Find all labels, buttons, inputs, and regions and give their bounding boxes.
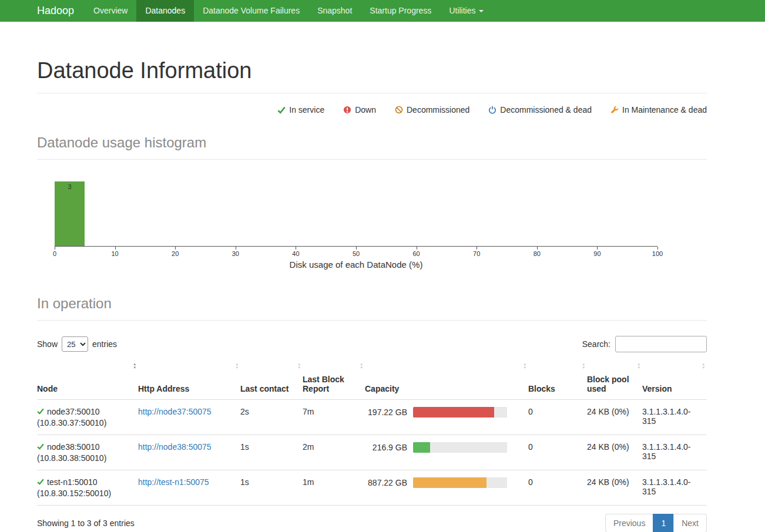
capacity-value: 197.22 GB xyxy=(365,408,407,417)
tick-label: 80 xyxy=(534,250,541,257)
tick-label: 0 xyxy=(53,250,56,257)
sort-icon: ▴▾ xyxy=(524,362,526,369)
version: 3.1.1.3.1.4.0-315 xyxy=(642,470,707,506)
node-name: node37:50010 xyxy=(47,407,100,416)
power-icon xyxy=(488,106,496,114)
tick-mark xyxy=(477,247,477,250)
tick-mark xyxy=(597,247,598,250)
divider xyxy=(37,93,707,93)
entries-label: entries xyxy=(92,339,117,349)
table-row: node37:50010 (10.8.30.37:50010) http://n… xyxy=(37,400,707,435)
tick-mark xyxy=(296,247,296,250)
column-header-capacity[interactable]: Capacity ▴▾ xyxy=(365,359,528,400)
column-header-last-contact[interactable]: Last contact ▴▾ xyxy=(240,359,303,400)
nav-item-overview[interactable]: Overview xyxy=(85,0,136,22)
tick-label: 40 xyxy=(292,250,299,257)
check-icon xyxy=(277,106,286,114)
last-block-report: 7m xyxy=(303,400,365,435)
version: 3.1.1.3.1.4.0-315 xyxy=(642,435,707,470)
capacity-bar xyxy=(413,477,507,488)
search-input[interactable] xyxy=(615,336,707,352)
http-address-link[interactable]: http://node37:50075 xyxy=(138,407,212,416)
column-header-node[interactable]: Node ▴▾ xyxy=(37,359,138,400)
legend-label: Down xyxy=(355,105,376,115)
check-icon xyxy=(37,477,44,487)
column-header-http-address[interactable]: Http Address ▴▾ xyxy=(138,359,240,400)
page-title: Datanode Information xyxy=(37,58,707,83)
column-header-blocks[interactable]: Blocks ▴▾ xyxy=(528,359,587,400)
table-row: node38:50010 (10.8.30.38:50010) http://n… xyxy=(37,435,707,470)
last-contact: 1s xyxy=(240,470,303,506)
legend-item-down: Down xyxy=(343,105,376,115)
entries-info: Showing 1 to 3 of 3 entries xyxy=(37,518,135,528)
nav-item-startup-progress[interactable]: Startup Progress xyxy=(361,0,440,22)
capacity-value: 887.22 GB xyxy=(365,478,407,487)
tick-label: 70 xyxy=(473,250,480,257)
block-pool-used: 24 KB (0%) xyxy=(587,470,642,506)
bar-value-label: 3 xyxy=(55,183,85,190)
column-header-last-block-report[interactable]: Last Block Report ▴▾ xyxy=(303,359,365,400)
check-icon xyxy=(37,442,44,452)
blocks: 0 xyxy=(528,400,587,435)
tick-label: 60 xyxy=(412,250,420,257)
node-name: test-n1:50010 xyxy=(47,477,98,487)
nav-item-datanode-volume-failures[interactable]: Datanode Volume Failures xyxy=(194,0,308,22)
column-header-block-pool-used[interactable]: Block pool used ▴▾ xyxy=(587,359,642,400)
http-address-link[interactable]: http://test-n1:50075 xyxy=(138,477,209,487)
histogram-bar: 3 xyxy=(55,181,85,246)
sort-icon: ▴▾ xyxy=(582,362,585,369)
nav-item-utilities-label: Utilities xyxy=(449,6,475,15)
table-footer: Showing 1 to 3 of 3 entries Previous 1 N… xyxy=(37,514,707,532)
http-address-link[interactable]: http://node38:50075 xyxy=(138,442,212,452)
capacity-bar xyxy=(413,442,507,453)
block-pool-used: 24 KB (0%) xyxy=(587,435,642,470)
tick-label: 10 xyxy=(111,250,118,257)
legend-item-decommissioned-dead: Decommissioned & dead xyxy=(488,105,592,115)
show-label: Show xyxy=(37,339,58,349)
sort-icon: ▴▾ xyxy=(298,362,300,369)
x-axis-label: Disk usage of each DataNode (%) xyxy=(55,260,657,270)
legend-label: Decommissioned & dead xyxy=(500,105,592,115)
sort-icon: ▴▾ xyxy=(133,362,136,369)
tick-mark xyxy=(236,247,236,250)
nav-item-snapshot[interactable]: Snapshot xyxy=(308,0,361,22)
tick-mark xyxy=(417,247,417,250)
tick-label: 100 xyxy=(652,250,663,257)
nav-item-utilities[interactable]: Utilities xyxy=(440,0,492,22)
tick-mark xyxy=(356,247,357,250)
page-size-select[interactable]: 25 xyxy=(62,336,88,352)
version: 3.1.1.3.1.4.0-315 xyxy=(642,400,707,435)
status-legend: In service Down Decommissioned Decommiss… xyxy=(37,105,707,115)
sort-icon: ▴▾ xyxy=(638,362,640,369)
table-row: test-n1:50010 (10.8.30.152:50010) http:/… xyxy=(37,470,707,506)
tick-label: 20 xyxy=(172,250,179,257)
capacity-bar xyxy=(413,407,507,417)
legend-label: Decommissioned xyxy=(407,105,469,115)
legend-item-maintenance-dead: In Maintenance & dead xyxy=(610,105,707,115)
legend-label: In service xyxy=(289,105,324,115)
operation-section-title: In operation xyxy=(37,295,707,312)
page-1-button[interactable]: 1 xyxy=(653,514,674,532)
last-block-report: 1m xyxy=(303,470,365,506)
x-ticks: 0102030405060708090100 xyxy=(55,247,657,260)
table-header-row: Node ▴▾ Http Address ▴▾ Last contact ▴▾ … xyxy=(37,359,707,400)
tick-mark xyxy=(175,247,176,250)
check-icon xyxy=(37,407,44,416)
exclamation-circle-icon xyxy=(343,106,351,114)
node-ip: (10.8.30.38:50010) xyxy=(37,453,130,463)
search-label: Search: xyxy=(582,339,610,349)
histogram-section-title: Datanode usage histogram xyxy=(37,134,707,151)
nav-item-datanodes[interactable]: Datanodes xyxy=(136,0,194,22)
ban-icon xyxy=(395,106,403,114)
brand-hadoop[interactable]: Hadoop xyxy=(0,0,85,22)
tick-label: 30 xyxy=(232,250,239,257)
tick-label: 50 xyxy=(353,250,360,257)
caret-down-icon xyxy=(479,10,484,12)
histogram-plot: 3 xyxy=(55,179,657,247)
previous-page-button[interactable]: Previous xyxy=(605,514,653,532)
last-contact: 1s xyxy=(240,435,303,470)
column-header-version[interactable]: Version ▴▾ xyxy=(642,359,707,400)
next-page-button[interactable]: Next xyxy=(673,514,707,532)
sort-icon: ▴▾ xyxy=(360,362,363,369)
node-ip: (10.8.30.37:50010) xyxy=(37,418,130,427)
